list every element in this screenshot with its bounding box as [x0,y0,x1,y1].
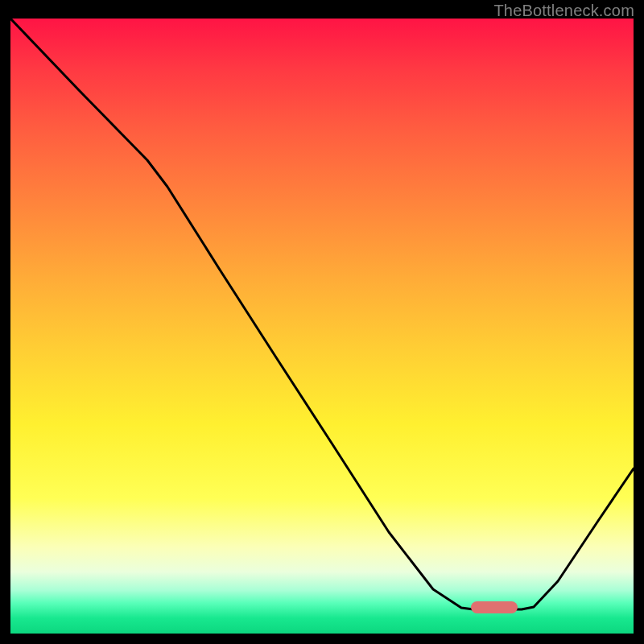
watermark-text: TheBottleneck.com [493,2,634,20]
optimal-marker [471,601,518,613]
bottleneck-curve [10,19,634,634]
chart-frame [10,19,634,634]
